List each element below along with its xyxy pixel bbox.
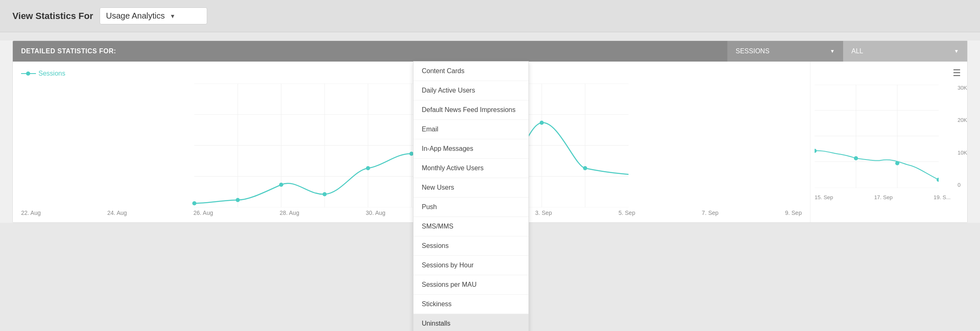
mini-y-axis: 30K 20K 10K 0 [958, 85, 967, 188]
x-label-3: 28. Aug [280, 210, 299, 216]
chart-legend: Sessions [21, 70, 802, 77]
right-panel: ☰ [810, 62, 967, 222]
svg-point-17 [323, 192, 327, 196]
x-axis-labels: 22. Aug 24. Aug 26. Aug 28. Aug 30. Aug … [21, 207, 802, 218]
x-label-2: 26. Aug [194, 210, 213, 216]
dropdown-item-email[interactable]: Email [414, 120, 528, 139]
x-label-7: 5. Sep [619, 210, 635, 216]
sessions-filter-dropdown[interactable]: SESSIONS ▼ [727, 41, 843, 62]
svg-point-18 [366, 166, 370, 170]
dropdown-item-uninstalls[interactable]: Uninstalls [414, 314, 528, 331]
dropdown-selected-value: Usage Analytics [106, 11, 165, 21]
x-label-8: 7. Sep [702, 210, 718, 216]
legend-line-bar [21, 73, 36, 74]
mini-chart-container: 30K 20K 10K 0 [810, 85, 967, 192]
x-label-4: 30. Aug [366, 210, 386, 216]
x-label-9: 9. Sep [785, 210, 801, 216]
svg-point-22 [540, 121, 544, 125]
all-filter-dropdown[interactable]: ALL ▼ [843, 41, 967, 62]
mini-y-0: 0 [958, 182, 967, 188]
svg-point-15 [236, 198, 240, 202]
dropdown-item-push[interactable]: Push [414, 198, 528, 217]
main-chart-svg [21, 83, 802, 207]
stats-header: DETAILED STATISTICS FOR: SESSIONS ▼ ALL … [13, 41, 967, 62]
mini-y-30k: 30K [958, 85, 967, 91]
dropdown-item-content-cards[interactable]: Content Cards [414, 62, 528, 81]
svg-point-32 [854, 156, 858, 160]
hamburger-menu-icon[interactable]: ☰ [953, 68, 961, 79]
x-label-1: 24. Aug [107, 210, 127, 216]
statistics-dropdown[interactable]: Usage Analytics ▼ [100, 7, 207, 24]
x-label-6: 3. Sep [535, 210, 552, 216]
mini-y-10k: 10K [958, 150, 967, 156]
detailed-statistics-label: DETAILED STATISTICS FOR: [13, 41, 727, 62]
dropdown-item-sms-mms[interactable]: SMS/MMS [414, 217, 528, 236]
all-filter-arrow-icon: ▼ [954, 48, 959, 54]
mini-x-2: 19. S... [934, 194, 951, 200]
stats-panel: DETAILED STATISTICS FOR: SESSIONS ▼ ALL … [12, 40, 968, 223]
sessions-legend-label: Sessions [38, 70, 65, 77]
svg-point-14 [192, 201, 196, 205]
mini-chart-menu: ☰ [810, 62, 967, 85]
dropdown-item-sessions[interactable]: Sessions [414, 236, 528, 256]
dropdown-item-stickiness[interactable]: Stickiness [414, 295, 528, 314]
sessions-filter-arrow-icon: ▼ [830, 48, 835, 54]
dropdown-item-default-news-feed[interactable]: Default News Feed Impressions [414, 100, 528, 120]
mini-y-20k: 20K [958, 117, 967, 123]
mini-x-0: 15. Sep [815, 194, 833, 200]
dropdown-item-monthly-active-users[interactable]: Monthly Active Users [414, 159, 528, 178]
main-content: DETAILED STATISTICS FOR: SESSIONS ▼ ALL … [0, 40, 980, 223]
main-chart-area: Sessions [13, 62, 810, 222]
dropdown-item-sessions-per-mau[interactable]: Sessions per MAU [414, 275, 528, 295]
svg-point-16 [279, 183, 283, 187]
dropdown-item-new-users[interactable]: New Users [414, 178, 528, 198]
dropdown-item-in-app-messages[interactable]: In-App Messages [414, 139, 528, 159]
svg-point-33 [895, 161, 899, 165]
dropdown-arrow-icon: ▼ [170, 13, 176, 19]
svg-point-31 [815, 149, 817, 153]
sessions-dropdown-menu: Content Cards Daily Active Users Default… [413, 61, 529, 331]
all-filter-label: ALL [851, 48, 863, 55]
header-bar: View Statistics For Usage Analytics ▼ [0, 0, 980, 32]
x-label-0: 22. Aug [21, 210, 41, 216]
svg-point-23 [583, 166, 587, 170]
mini-chart-svg [815, 85, 939, 188]
view-statistics-label: View Statistics For [12, 11, 93, 21]
left-chart-area: Sessions [13, 62, 810, 222]
sessions-legend: Sessions [21, 70, 65, 77]
sessions-filter-label: SESSIONS [736, 48, 770, 55]
mini-x-1: 17. Sep [874, 194, 893, 200]
svg-point-34 [937, 178, 939, 182]
dropdown-item-daily-active-users[interactable]: Daily Active Users [414, 81, 528, 100]
dropdown-item-sessions-by-hour[interactable]: Sessions by Hour [414, 256, 528, 275]
legend-dot [26, 71, 30, 76]
mini-x-labels: 15. Sep 17. Sep 19. S... [810, 192, 967, 202]
